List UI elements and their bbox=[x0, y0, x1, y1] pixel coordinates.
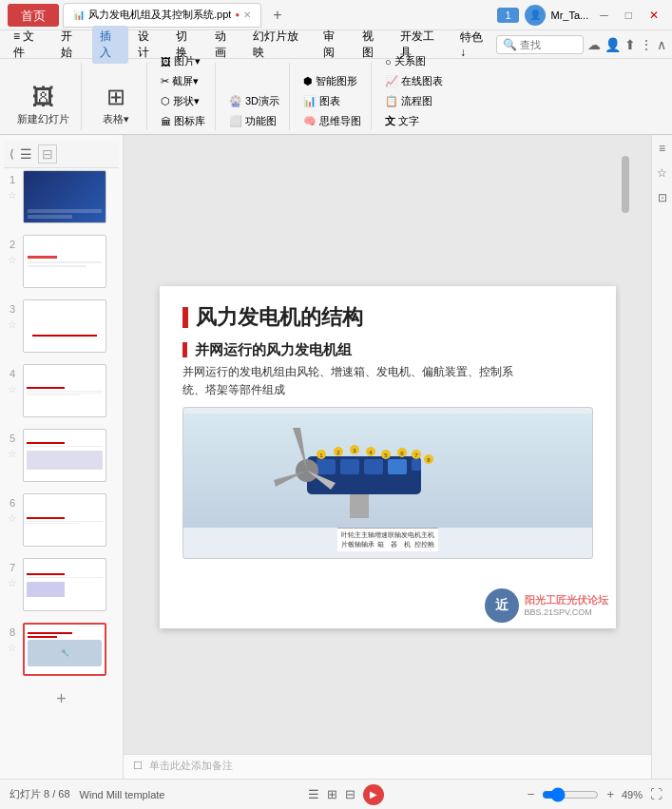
menu-animation[interactable]: 动画 bbox=[207, 26, 243, 64]
fit-screen-icon[interactable]: ⛶ bbox=[650, 787, 662, 801]
slide-star-4[interactable]: ☆ bbox=[8, 383, 17, 395]
tab-close-icon[interactable]: ✕ bbox=[243, 10, 251, 20]
panel-list-icon[interactable]: ☰ bbox=[20, 146, 32, 162]
zoom-slider[interactable] bbox=[542, 787, 599, 802]
panel-grid-icon[interactable]: ⊟ bbox=[38, 144, 57, 164]
slide-thumb-col-8: 8 ☆ bbox=[6, 623, 19, 654]
func-label: 功能图 bbox=[245, 114, 277, 128]
cloud-icon[interactable]: ☁ bbox=[587, 37, 601, 52]
slide-thumb-8[interactable]: 8 ☆ 🔧 bbox=[4, 621, 119, 678]
slide-thumb-1[interactable]: 1 ☆ bbox=[4, 168, 119, 225]
slide-star-6[interactable]: ☆ bbox=[8, 512, 17, 525]
menu-insert[interactable]: 插入 bbox=[92, 26, 128, 64]
close-button[interactable]: ✕ bbox=[643, 7, 664, 24]
slide-thumb-6[interactable]: 6 ☆ bbox=[4, 491, 119, 549]
slide-thumb-col-3: 3 ☆ bbox=[6, 299, 19, 331]
ribbon-group-new-slide: 🖼 新建幻灯片 bbox=[6, 63, 82, 130]
slide-thumb-5[interactable]: 5 ☆ bbox=[4, 427, 119, 484]
flowchart-button[interactable]: 📋 流程图 bbox=[381, 92, 447, 110]
menu-review[interactable]: 审阅 bbox=[316, 26, 352, 64]
vertical-scrollbar[interactable] bbox=[621, 135, 630, 748]
svg-rect-2 bbox=[317, 459, 336, 474]
home-button[interactable]: 首页 bbox=[8, 4, 59, 27]
layout-grid-icon[interactable]: ⊞ bbox=[327, 787, 337, 801]
thumb-img-3[interactable] bbox=[23, 299, 106, 353]
right-panel-btn-1[interactable]: ≡ bbox=[656, 139, 668, 158]
layout-filmstrip-icon[interactable]: ⊟ bbox=[345, 787, 355, 801]
menu-slideshow[interactable]: 幻灯片放映 bbox=[245, 26, 314, 64]
iconlib-button[interactable]: 🏛 图标库 bbox=[157, 112, 209, 130]
scrollbar-thumb[interactable] bbox=[622, 156, 629, 213]
slide-star-2[interactable]: ☆ bbox=[8, 254, 17, 266]
menu-special[interactable]: 特色↓ bbox=[452, 27, 494, 62]
slide-star-3[interactable]: ☆ bbox=[8, 318, 17, 331]
chart-button[interactable]: 📊 图表 bbox=[299, 92, 365, 110]
smartshape-button[interactable]: ⬢ 智能图形 bbox=[299, 72, 365, 90]
right-panel-btn-3[interactable]: ⊡ bbox=[655, 188, 670, 207]
screenshot-button[interactable]: ✂ 截屏▾ bbox=[157, 72, 209, 90]
right-panel-btn-2[interactable]: ☆ bbox=[654, 164, 670, 183]
minimize-button[interactable]: ─ bbox=[594, 7, 614, 24]
image-tools-row: 🖼 图片▾ ✂ 截屏▾ ⬡ 形状▾ 🏛 图标库 bbox=[157, 52, 209, 130]
chart-label: 图表 bbox=[319, 94, 340, 108]
thumb-img-5[interactable] bbox=[23, 429, 106, 482]
slide-info: 幻灯片 8 / 68 bbox=[10, 787, 70, 801]
thumb-img-6[interactable] bbox=[23, 493, 106, 547]
thumb-img-2[interactable] bbox=[23, 235, 106, 288]
thumb-img-7[interactable] bbox=[23, 558, 106, 611]
add-tab-button[interactable]: + bbox=[265, 5, 289, 26]
func-button[interactable]: ⬜ 功能图 bbox=[225, 112, 283, 130]
more-icon[interactable]: ⋮ bbox=[640, 37, 653, 52]
thumb-img-8[interactable]: 🔧 bbox=[23, 623, 106, 676]
watermark-company: 阳光工匠光伏论坛 bbox=[525, 593, 608, 607]
thumb-img-4[interactable] bbox=[23, 364, 106, 417]
search-input[interactable] bbox=[520, 39, 577, 50]
slide-thumb-3[interactable]: 3 ☆ bbox=[4, 298, 119, 355]
slide-num-8: 8 bbox=[6, 626, 19, 638]
text-button[interactable]: 文 文字 bbox=[381, 112, 447, 130]
smartshape-icon: ⬢ bbox=[303, 75, 313, 87]
note-area[interactable]: ☐ 单击此处添加备注 bbox=[124, 754, 651, 779]
component-6: 联轴 器 bbox=[388, 530, 401, 549]
play-button[interactable]: ▶ bbox=[363, 784, 384, 805]
thumb-img-1[interactable] bbox=[23, 170, 106, 223]
mindmap-button[interactable]: 🧠 思维导图 bbox=[299, 112, 365, 130]
slide-thumb-4[interactable]: 4 ☆ bbox=[4, 362, 119, 419]
svg-rect-3 bbox=[340, 459, 359, 474]
template-name: Wind Mill template bbox=[80, 789, 165, 800]
online-chart-button[interactable]: 📈 在线图表 bbox=[381, 72, 447, 90]
slide-canvas[interactable]: 风力发电机的结构 并网运行的风力发电机组 并网运行的发电机组由风轮、增速箱、发电… bbox=[160, 286, 616, 628]
slide-star-7[interactable]: ☆ bbox=[8, 577, 17, 589]
user-icon[interactable]: 👤 bbox=[605, 37, 621, 52]
shape-button[interactable]: ⬡ 形状▾ bbox=[157, 92, 209, 110]
menu-file[interactable]: ≡ 文件 bbox=[6, 26, 51, 64]
new-slide-button[interactable]: 🖼 新建幻灯片 bbox=[11, 80, 75, 130]
panel-collapse-icon[interactable]: ⟨ bbox=[10, 147, 14, 161]
zoom-out-icon[interactable]: − bbox=[528, 787, 535, 801]
search-box[interactable]: 🔍 bbox=[496, 35, 584, 54]
collapse-icon[interactable]: ∧ bbox=[657, 37, 666, 52]
slide-star-1[interactable]: ☆ bbox=[8, 189, 17, 202]
relation-button[interactable]: ○ 关系图 bbox=[381, 52, 447, 70]
menu-start[interactable]: 开始 bbox=[53, 26, 89, 64]
slide-thumb-2[interactable]: 2 ☆ bbox=[4, 233, 119, 290]
3d-button[interactable]: 🎡 3D演示 bbox=[225, 92, 283, 110]
slide-thumb-7[interactable]: 7 ☆ bbox=[4, 556, 119, 613]
picture-button[interactable]: 🖼 图片▾ bbox=[157, 52, 209, 70]
file-tab[interactable]: 📊 风力发电机组及其控制系统.ppt ● ✕ bbox=[63, 3, 261, 28]
table-button[interactable]: ⊞ 表格▾ bbox=[91, 80, 141, 130]
zoom-in-icon[interactable]: + bbox=[606, 787, 614, 801]
table-label: 表格▾ bbox=[103, 112, 129, 126]
component-3: 主 轴 bbox=[355, 530, 361, 549]
slide-star-5[interactable]: ☆ bbox=[8, 448, 17, 460]
share-icon[interactable]: ⬆ bbox=[624, 37, 636, 52]
ribbon-group-3d: 🎡 3D演示 ⬜ 功能图 bbox=[220, 63, 290, 130]
layout-list-icon[interactable]: ☰ bbox=[308, 787, 319, 801]
iconlib-icon: 🏛 bbox=[161, 116, 171, 127]
view-area: 风力发电机的结构 并网运行的风力发电机组 并网运行的发电机组由风轮、增速箱、发电… bbox=[124, 135, 651, 779]
watermark: 近 阳光工匠光伏论坛 BBS.21SPV.COM bbox=[485, 588, 608, 623]
3d-icon: 🎡 bbox=[229, 95, 242, 107]
slide-star-8[interactable]: ☆ bbox=[8, 642, 17, 654]
maximize-button[interactable]: □ bbox=[620, 7, 638, 24]
add-slide-button[interactable]: + bbox=[4, 685, 119, 713]
